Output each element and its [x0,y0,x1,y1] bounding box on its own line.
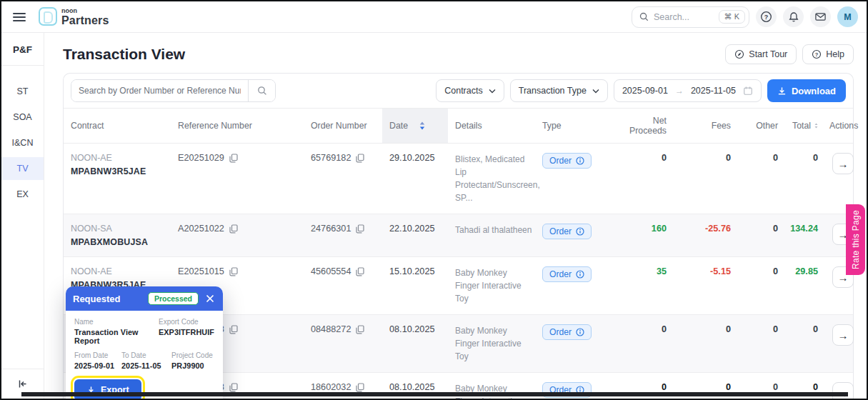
copy-icon[interactable] [356,154,364,163]
copy-icon[interactable] [356,383,364,392]
info-icon [576,328,584,336]
order-type-badge[interactable]: Order [542,266,592,282]
report-name-value: Transaction View Report [74,328,159,345]
sidebar-item-icn[interactable]: I&CN [1,131,44,154]
contract-cell: NOON-AE MPABNW3R5JAE [64,144,171,186]
search-icon [257,86,267,96]
order-type-badge[interactable]: Order [542,153,592,169]
copy-icon[interactable] [356,267,364,276]
order-type-badge[interactable]: Order [542,324,592,340]
svg-text:?: ? [764,14,768,21]
contract-code: NOON-AE [71,266,164,276]
popup-title: Requested [73,294,142,304]
total-cell: 134.24 [785,214,825,243]
copy-icon[interactable] [229,224,238,234]
other-cell: 0 [738,214,785,243]
type-cell: Order [535,257,612,291]
noon-partners-logo[interactable]: noon Partners [39,7,109,26]
copy-icon[interactable] [229,267,238,276]
col-contract: Contract [64,109,171,143]
actions-cell: → [825,315,853,355]
actions-cell: → [825,144,853,184]
col-reference-number: Reference Number [171,109,304,143]
type-cell: Order [535,144,612,178]
net-proceeds-cell: 0 [612,315,674,344]
row-detail-button[interactable]: → [832,324,854,346]
status-badge: Processed [148,292,199,305]
col-other: Other [738,109,785,143]
sidebar-item-st[interactable]: ST [1,80,44,103]
col-details: Details [448,109,535,143]
fees-cell: 0 [674,144,738,172]
sidebar-section-pf[interactable]: P&F [1,33,44,66]
details-cell: Blistex, Medicated Lip Protectant/Sunscr… [448,144,535,214]
contract-code: NOON-AE [71,153,164,163]
table-search-button[interactable] [248,80,275,101]
contract-id: MPABXMOBUJSA [71,237,164,247]
download-icon [777,86,787,96]
help-button[interactable]: ? Help [802,44,854,64]
messages-button[interactable] [810,6,831,27]
transaction-type-dropdown[interactable]: Transaction Type [510,79,608,102]
close-popup-button[interactable] [204,293,216,304]
sidebar-item-soa[interactable]: SOA [1,106,44,129]
to-date-value: 2025-11-05 [121,361,171,370]
copy-icon[interactable] [229,154,238,163]
date-cell: 22.10.2025 [382,214,448,243]
order-number-cell: 65769182 [304,144,382,172]
info-icon [576,156,584,165]
type-cell: Order [535,315,612,349]
copy-icon[interactable] [229,325,238,334]
brand-partners: Partners [61,14,109,26]
copy-icon[interactable] [229,383,238,392]
sidebar-item-tv[interactable]: TV [1,157,44,180]
to-date-label: To Date [121,351,171,359]
copy-icon[interactable] [356,325,364,334]
order-number-cell: 45605554 [304,257,382,286]
sort-icon[interactable] [419,121,425,130]
close-icon [206,294,214,303]
col-net-proceeds: Net Proceeds [612,109,674,143]
col-fees: Fees [674,109,738,143]
net-proceeds-cell: 0 [612,144,674,172]
help-circle-button[interactable]: ? [756,6,777,27]
col-actions: Actions [825,109,853,143]
user-avatar[interactable]: M [837,6,858,27]
start-tour-button[interactable]: Start Tour [725,44,797,64]
fees-cell: -25.76 [674,214,738,243]
download-button[interactable]: Download [767,79,846,102]
order-type-badge[interactable]: Order [542,224,592,239]
info-icon [576,270,584,279]
date-cell: 08.10.2025 [382,315,448,344]
table-search-input[interactable] [71,80,248,101]
date-to[interactable]: 2025-11-05 [691,86,736,96]
export-button[interactable]: Export [74,379,141,400]
col-total-sortable[interactable]: Total [785,109,825,143]
col-date-sortable[interactable]: Date [382,109,448,143]
hamburger-menu-icon[interactable] [13,13,26,21]
export-request-popup: Requested Processed Name Transaction Vie… [66,286,223,400]
from-date-label: From Date [74,351,121,359]
row-detail-button[interactable]: → [832,153,854,174]
notifications-button[interactable] [783,6,804,27]
row-detail-button[interactable]: → [832,382,854,400]
global-search-input[interactable] [654,12,714,22]
date-cell: 29.10.2025 [382,144,448,172]
app-window: noon Partners ⌘ K ? M P&F [0,0,868,400]
global-search[interactable]: ⌘ K [632,6,749,28]
copy-icon[interactable] [356,224,364,234]
project-code-label: Project Code [171,351,213,359]
rate-this-page-tab[interactable]: Rate this Page [846,204,865,275]
sort-icon[interactable] [814,121,818,130]
reference-number-cell: E20251029 [171,144,304,172]
chevron-down-icon [592,89,599,94]
from-date-value: 2025-09-01 [74,361,121,370]
help-icon: ? [812,49,822,59]
date-range-picker[interactable]: 2025-09-01 → 2025-11-05 [614,79,762,102]
contracts-dropdown[interactable]: Contracts [436,79,504,102]
bottom-edge-strip [21,392,848,396]
date-from[interactable]: 2025-09-01 [622,86,668,96]
details-cell: Baby Monkey Finger Interactive Toy [448,257,535,314]
sidebar-item-ex[interactable]: EX [1,183,44,206]
svg-text:?: ? [815,51,819,58]
